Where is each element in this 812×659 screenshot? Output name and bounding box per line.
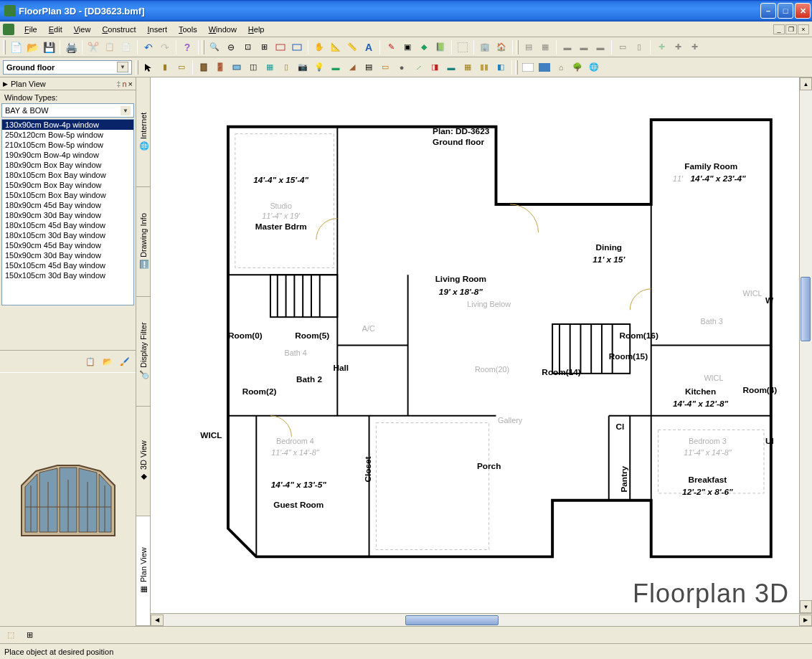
sidebar-tb-3[interactable]: 🖌️ (117, 354, 133, 369)
bottom-tb-1[interactable]: ⬚ (3, 627, 19, 643)
menu-insert[interactable]: Insert (141, 24, 173, 35)
window-type-item[interactable]: 130x90cm Bow-4p window (2, 120, 133, 130)
window-type-item[interactable]: 150x105cm 45d Bay window (2, 260, 133, 270)
open-button[interactable]: 📂 (24, 39, 40, 55)
minimize-button[interactable]: – (760, 3, 776, 19)
floor-button[interactable]: ▭ (377, 60, 393, 75)
document-icon[interactable] (3, 24, 14, 35)
light-button[interactable]: 💡 (311, 60, 327, 75)
save-button[interactable]: 💾 (41, 39, 57, 55)
properties-button[interactable]: ✎ (383, 39, 399, 55)
render-shaded-button[interactable] (537, 60, 552, 75)
ungroup-button[interactable]: ✚ (670, 39, 686, 55)
lock-button[interactable]: ✚ (686, 39, 702, 55)
close-button[interactable]: ✕ (795, 3, 811, 19)
fence-button[interactable]: ▬ (443, 60, 459, 75)
magnet-icon[interactable]: n (122, 80, 126, 88)
render-wireframe-button[interactable]: ⌂ (553, 60, 569, 75)
window-type-item[interactable]: 150x90cm 45d Bay window (2, 240, 133, 250)
distribute-h-button[interactable]: ▭ (615, 39, 631, 55)
layers-button[interactable]: ▣ (400, 39, 415, 55)
print-button[interactable]: 🖨️ (63, 39, 79, 55)
roof-button[interactable]: ◢ (344, 60, 360, 75)
window-type-item[interactable]: 180x90cm 45d Bay window (2, 200, 133, 210)
scroll-right-icon[interactable]: ▶ (799, 615, 812, 626)
expand-icon[interactable]: ▶ (3, 80, 8, 87)
window-type-item[interactable]: 180x90cm 30d Bay window (2, 210, 133, 220)
zoom-out-button[interactable]: ⊖ (223, 39, 239, 55)
window-button[interactable] (229, 60, 245, 75)
sidebar-tb-1[interactable]: 📋 (82, 354, 98, 369)
help-button[interactable]: ? (179, 39, 195, 55)
room-button[interactable]: ▭ (174, 60, 189, 75)
toolbar-grip[interactable] (3, 40, 6, 54)
distribute-v-button[interactable]: ▯ (631, 39, 647, 55)
pool-button[interactable]: ◧ (493, 60, 509, 75)
deck-button[interactable]: ▮▮ (476, 60, 492, 75)
align-top-button[interactable]: ▬ (560, 39, 575, 55)
toolbar-grip[interactable] (202, 40, 204, 54)
path-button[interactable]: ◨ (427, 60, 443, 75)
scroll-thumb-v[interactable] (801, 277, 811, 341)
maximize-button[interactable]: □ (778, 3, 793, 19)
floor-selector[interactable]: Ground floor (3, 60, 132, 75)
window-type-item[interactable]: 180x90cm Box Bay window (2, 160, 133, 170)
group-button[interactable]: ✚ (653, 39, 669, 55)
sliding-door-button[interactable]: 🚪 (212, 60, 228, 75)
scroll-thumb-h[interactable] (405, 615, 499, 625)
column-button[interactable]: ▯ (278, 60, 294, 75)
window-category-select[interactable]: BAY & BOW (1, 103, 134, 118)
stairs-button[interactable]: ▦ (262, 60, 278, 75)
tab-drawing-info[interactable]: ℹ️Drawing Info (136, 187, 150, 297)
pointer-button[interactable] (141, 60, 156, 75)
align-left-button[interactable]: ▤ (521, 39, 537, 55)
tab-internet[interactable]: 🌐Internet (136, 77, 150, 187)
window-type-item[interactable]: 190x90cm Bow-4p window (2, 150, 133, 160)
menu-view[interactable]: View (68, 24, 97, 35)
window-type-item[interactable]: 180x105cm 30d Bay window (2, 230, 133, 240)
render-tree-button[interactable]: 🌳 (570, 60, 585, 75)
tab-plan-view[interactable]: ▦Plan View (136, 516, 150, 626)
new-button[interactable]: 📄 (8, 39, 24, 55)
mdi-minimize-button[interactable]: _ (773, 24, 785, 34)
measure-button[interactable]: 📐 (328, 39, 344, 55)
scrollbar-horizontal[interactable]: ◀ ▶ (151, 613, 812, 626)
undo-button[interactable]: ↶ (141, 39, 156, 55)
slab-button[interactable]: ● (394, 60, 410, 75)
align-bottom-button[interactable]: ▬ (593, 39, 608, 55)
close-panel-icon[interactable]: × (128, 80, 133, 88)
cut-button[interactable]: ✂️ (85, 39, 101, 55)
tab-display-filter[interactable]: 🔍Display Filter (136, 297, 150, 407)
beam-button[interactable]: ▬ (328, 60, 344, 75)
pan-button[interactable]: ✋ (311, 39, 327, 55)
redo-button[interactable]: ↷ (157, 39, 173, 55)
library-button[interactable]: 📗 (433, 39, 448, 55)
materials-button[interactable]: ◆ (416, 39, 432, 55)
window-type-item[interactable]: 150x90cm 30d Bay window (2, 250, 133, 260)
toolbar-grip[interactable] (136, 60, 138, 75)
menu-tools[interactable]: Tools (173, 24, 203, 35)
terrain-button[interactable]: ⟋ (410, 60, 426, 75)
mdi-restore-button[interactable]: ❐ (785, 24, 797, 34)
window-type-item[interactable]: 180x105cm 45d Bay window (2, 220, 133, 230)
zoom-redraw-button[interactable] (289, 39, 305, 55)
window-type-item[interactable]: 150x90cm Box Bay window (2, 180, 133, 190)
window-types-list[interactable]: 130x90cm Bow-4p window250x120cm Bow-5p w… (1, 119, 134, 305)
zoom-window-button[interactable]: ⊡ (240, 39, 255, 55)
scrollbar-vertical[interactable]: ▲ ▼ (799, 77, 812, 613)
copy-button[interactable]: 📋 (102, 39, 118, 55)
grid-button[interactable] (455, 39, 471, 55)
ortho-button[interactable]: 🏠 (494, 39, 509, 55)
render-flat-button[interactable] (520, 60, 536, 75)
wall-button[interactable]: ▮ (157, 60, 173, 75)
render-globe-button[interactable]: 🌐 (586, 60, 602, 75)
zoom-in-button[interactable]: 🔍 (207, 39, 222, 55)
sidebar-tb-2[interactable]: 📂 (100, 354, 115, 369)
text-button[interactable]: A (361, 39, 377, 55)
window-type-item[interactable]: 250x120cm Bow-5p window (2, 130, 133, 140)
floorplan-canvas[interactable]: Plan: DD-3623 Ground floor 14'-4" x 15'-… (151, 77, 799, 613)
door-button[interactable] (196, 60, 212, 75)
window-type-item[interactable]: 150x105cm 30d Bay window (2, 270, 133, 280)
align-middle-button[interactable]: ▬ (576, 39, 592, 55)
railing-button[interactable]: ▦ (460, 60, 476, 75)
